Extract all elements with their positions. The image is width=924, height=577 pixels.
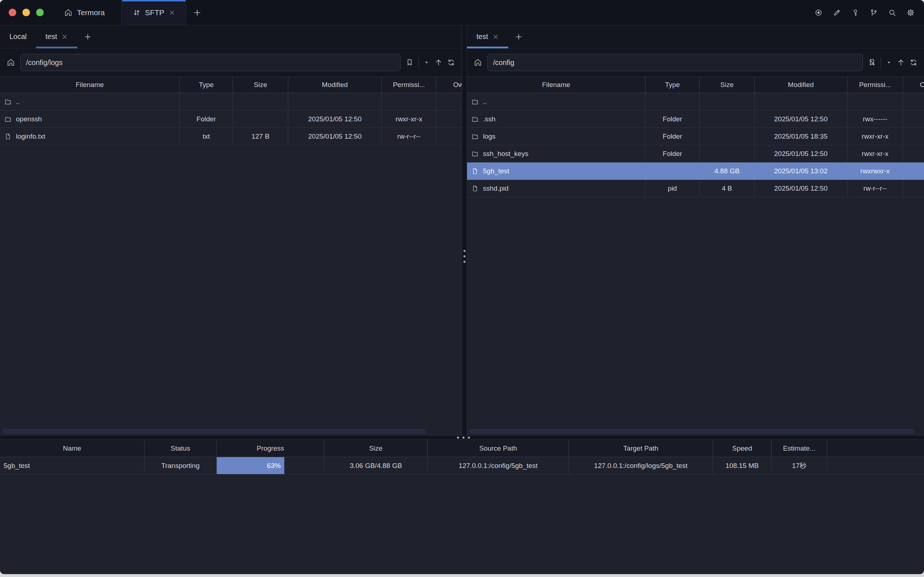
left-new-tab-button[interactable]	[77, 25, 98, 48]
close-left-tab-icon[interactable]	[61, 34, 68, 40]
refresh-icon[interactable]	[909, 58, 918, 66]
file-type: pid	[645, 180, 700, 197]
column-header-source-path[interactable]: Source Path	[428, 440, 569, 457]
file-permissions: rwxr-xr-x	[382, 111, 436, 127]
right-new-tab-button[interactable]	[508, 25, 529, 48]
folder-icon	[4, 116, 11, 123]
bookmark-caret-icon[interactable]	[886, 59, 892, 66]
sftp-tab-label: SFTP	[145, 8, 164, 17]
file-row[interactable]: ssh_host_keys Folder 2025/01/05 12:50 rw…	[467, 145, 924, 163]
close-sftp-tab-icon[interactable]	[169, 10, 175, 16]
tab-sftp[interactable]: SFTP	[121, 0, 186, 25]
column-header-type[interactable]: Type	[180, 77, 233, 93]
column-header-name[interactable]: Name	[0, 440, 145, 457]
transfer-row[interactable]: 5gb_test Transporting 63% 3.06 GB/4.88 G…	[0, 457, 924, 474]
left-horizontal-scrollbar[interactable]	[2, 429, 426, 434]
left-tab-test[interactable]: test	[36, 25, 77, 48]
file-row[interactable]: logs Folder 2025/01/05 18:35 rwxr-xr-x	[467, 128, 924, 145]
file-owner	[436, 128, 462, 145]
file-type: Folder	[645, 128, 700, 145]
minimize-window-button[interactable]	[23, 9, 30, 16]
file-name: sshd.pid	[483, 184, 509, 192]
column-header-filename[interactable]: Filename	[467, 77, 645, 93]
column-header-permissions[interactable]: Permissi...	[382, 77, 436, 93]
branch-icon[interactable]	[870, 9, 878, 17]
file-type	[645, 93, 700, 110]
file-type: Folder	[645, 111, 700, 127]
column-header-status[interactable]: Status	[145, 440, 217, 457]
file-name: openssh	[16, 115, 42, 123]
file-row[interactable]: loginfo.txt txt 127 B 2025/01/05 12:50 r…	[0, 128, 462, 145]
column-header-owner[interactable]: Owner	[436, 77, 462, 93]
settings-gear-icon[interactable]	[907, 9, 914, 17]
right-path-input[interactable]	[487, 54, 863, 71]
up-directory-icon[interactable]	[435, 58, 442, 66]
file-row[interactable]: .ssh Folder 2025/01/05 12:50 rwx------	[467, 111, 924, 128]
left-pane: Local test Filen	[0, 25, 462, 435]
column-header-type[interactable]: Type	[645, 77, 700, 93]
right-home-icon[interactable]	[474, 58, 482, 67]
file-row[interactable]: ..	[0, 93, 462, 111]
refresh-icon[interactable]	[447, 58, 455, 66]
termora-home-tab[interactable]: Termora	[64, 0, 105, 25]
key-icon[interactable]	[851, 9, 859, 17]
left-home-icon[interactable]	[6, 58, 15, 67]
file-row-selected[interactable]: 5gb_test 4.88 GB 2025/01/05 13:02 rwxrwx…	[467, 163, 924, 180]
file-row[interactable]: sshd.pid pid 4 B 2025/01/05 12:50 rw-r--…	[467, 180, 924, 197]
left-path-input[interactable]	[20, 54, 401, 71]
column-header-progress[interactable]: Progress	[217, 440, 324, 457]
file-icon	[471, 185, 479, 192]
file-permissions	[847, 93, 903, 110]
bookmark-off-icon[interactable]	[868, 58, 876, 66]
bookmark-icon[interactable]	[406, 58, 414, 66]
transfer-target-path: 127.0.0.1:/config/logs/5gb_test	[569, 457, 713, 474]
column-header-owner[interactable]: Owner	[903, 77, 924, 93]
close-window-button[interactable]	[9, 9, 16, 16]
bookmark-caret-icon[interactable]	[423, 59, 430, 66]
search-icon[interactable]	[888, 9, 896, 17]
column-header-size[interactable]: Size	[700, 77, 755, 93]
file-row[interactable]: ..	[467, 93, 924, 111]
column-header-estimate[interactable]: Estimate...	[772, 440, 827, 457]
file-permissions: rwxrwxr-x	[847, 163, 903, 179]
column-header-size[interactable]: Size	[233, 77, 288, 93]
file-type: Folder	[180, 111, 233, 127]
folder-icon	[4, 98, 11, 105]
file-owner	[903, 111, 924, 127]
right-tab-test-label: test	[476, 32, 488, 41]
file-permissions: rwxr-xr-x	[847, 145, 903, 162]
transfer-table-header: Name Status Progress Size Source Path Ta…	[0, 440, 924, 457]
transfer-progress-bar: 63%	[217, 457, 324, 474]
file-row[interactable]: openssh Folder 2025/01/05 12:50 rwxr-xr-…	[0, 111, 462, 128]
file-name: ssh_host_keys	[483, 150, 529, 158]
column-header-speed[interactable]: Speed	[713, 440, 772, 457]
column-header-size[interactable]: Size	[324, 440, 428, 457]
up-directory-icon[interactable]	[897, 58, 905, 66]
column-header-modified[interactable]: Modified	[755, 77, 847, 93]
fullscreen-window-button[interactable]	[36, 9, 44, 16]
right-pane-empty-area	[467, 197, 924, 435]
column-header-permissions[interactable]: Permissi...	[847, 77, 903, 93]
left-pane-empty-area	[0, 145, 462, 435]
close-right-tab-icon[interactable]	[492, 34, 499, 40]
right-tab-test[interactable]: test	[467, 25, 508, 48]
file-modified: 2025/01/05 12:50	[755, 180, 847, 197]
edit-icon[interactable]	[833, 9, 841, 17]
left-tab-local[interactable]: Local	[0, 25, 36, 48]
file-size	[233, 111, 288, 127]
file-permissions: rwxr-xr-x	[847, 128, 903, 145]
column-header-target-path[interactable]: Target Path	[569, 440, 713, 457]
record-icon[interactable]	[814, 9, 822, 17]
file-owner	[903, 163, 924, 179]
column-header-modified[interactable]: Modified	[288, 77, 382, 93]
right-horizontal-scrollbar[interactable]	[469, 429, 914, 434]
column-header-filename[interactable]: Filename	[0, 77, 180, 93]
pane-splitter[interactable]	[462, 25, 467, 435]
sftp-panes: Local test Filen	[0, 25, 924, 435]
right-pane-tabs: test	[467, 25, 924, 48]
new-window-tab-button[interactable]	[186, 0, 208, 25]
file-size	[233, 93, 288, 110]
column-header-filler	[827, 440, 924, 457]
file-name: ..	[483, 98, 487, 106]
transfer-splitter[interactable]	[0, 435, 924, 440]
